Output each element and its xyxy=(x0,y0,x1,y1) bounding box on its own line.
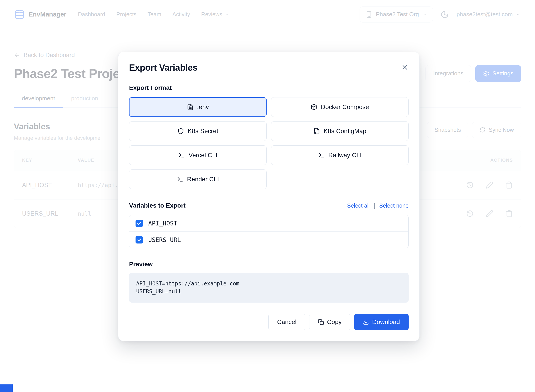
cancel-button-label: Cancel xyxy=(277,318,297,326)
variable-checkbox-row[interactable]: API_HOST xyxy=(129,215,408,231)
format-option-label: Render CLI xyxy=(187,176,219,183)
terminal-icon xyxy=(177,176,183,183)
link-separator: | xyxy=(374,202,375,209)
copy-icon xyxy=(318,319,324,325)
file-cog-icon xyxy=(313,128,320,135)
terminal-icon xyxy=(318,152,325,159)
variables-checklist: API_HOST USERS_URL xyxy=(129,215,409,248)
download-button[interactable]: Download xyxy=(354,314,409,330)
format-option-label: Vercel CLI xyxy=(189,152,217,159)
format-option-k8s-secret[interactable]: K8s Secret xyxy=(129,121,267,141)
box-icon xyxy=(311,104,317,110)
format-option-render-cli[interactable]: Render CLI xyxy=(129,169,267,189)
format-option-label: Railway CLI xyxy=(328,152,362,159)
format-option-docker-compose[interactable]: Docker Compose xyxy=(271,97,409,117)
export-preview-code: API_HOST=https://api.example.com USERS_U… xyxy=(129,273,409,303)
format-option-vercel-cli[interactable]: Vercel CLI xyxy=(129,145,267,165)
select-none-link[interactable]: Select none xyxy=(379,202,409,209)
select-all-link[interactable]: Select all xyxy=(347,202,370,209)
file-text-icon xyxy=(187,104,194,110)
variable-checkbox-row[interactable]: USERS_URL xyxy=(129,231,408,248)
copy-button-label: Copy xyxy=(327,318,341,326)
copy-button[interactable]: Copy xyxy=(309,314,350,330)
variable-checkbox-label: API_HOST xyxy=(148,220,177,227)
variables-to-export-label: Variables to Export xyxy=(129,202,186,209)
checkbox-checked[interactable] xyxy=(135,236,143,243)
shield-icon xyxy=(177,128,184,135)
export-format-label: Export Format xyxy=(129,84,409,91)
format-option-railway-cli[interactable]: Railway CLI xyxy=(271,145,409,165)
format-option-env[interactable]: .env xyxy=(129,97,267,117)
terminal-icon xyxy=(178,152,185,159)
modal-title: Export Variables xyxy=(129,63,197,73)
download-button-label: Download xyxy=(372,318,400,326)
close-icon[interactable] xyxy=(401,64,409,71)
export-variables-modal: Export Variables Export Format .env Dock… xyxy=(118,52,419,341)
checkbox-checked[interactable] xyxy=(135,220,143,227)
export-format-options: .env Docker Compose K8s Secret K8s Confi… xyxy=(129,97,409,189)
format-option-label: Docker Compose xyxy=(321,103,369,111)
bottom-left-accent xyxy=(0,384,13,392)
format-option-label: K8s ConfigMap xyxy=(324,128,366,135)
preview-label: Preview xyxy=(129,261,409,268)
format-option-label: .env xyxy=(197,103,209,111)
format-option-label: K8s Secret xyxy=(188,128,218,135)
cancel-button[interactable]: Cancel xyxy=(268,314,305,330)
format-option-k8s-configmap[interactable]: K8s ConfigMap xyxy=(271,121,409,141)
variable-checkbox-label: USERS_URL xyxy=(148,236,181,243)
download-icon xyxy=(363,319,369,325)
